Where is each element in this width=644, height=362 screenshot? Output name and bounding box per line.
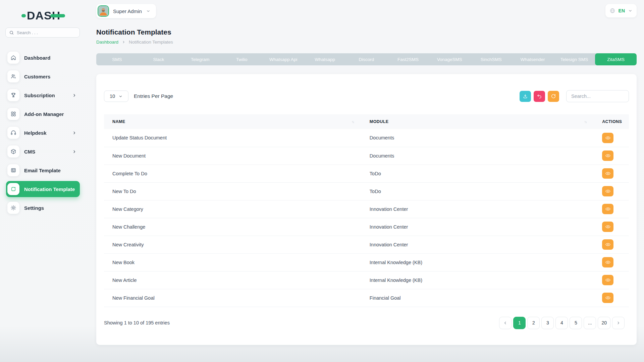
- language-selector[interactable]: EN: [605, 4, 637, 17]
- tab-sms[interactable]: SMS: [96, 53, 138, 65]
- cube-icon-tile: [7, 145, 19, 158]
- cell-name: New Document: [104, 147, 361, 165]
- chevron-right-icon: [72, 131, 76, 135]
- refresh-button[interactable]: [548, 91, 559, 102]
- sidebar-item-dashboard[interactable]: Dashboard: [6, 50, 80, 66]
- chevron-right-icon: [122, 40, 125, 44]
- logo-dash-shape: [50, 14, 65, 17]
- pagination: 12345...20: [499, 317, 629, 329]
- cell-module: Innovation Center: [361, 200, 594, 218]
- view-template-button[interactable]: [602, 150, 613, 161]
- pagination-next-button[interactable]: [612, 317, 625, 329]
- table-row: New BookInternal Knowledge (KB): [104, 253, 629, 271]
- tab-slack[interactable]: Slack: [138, 53, 179, 65]
- table-search-input[interactable]: [566, 90, 629, 102]
- pagination-page-4[interactable]: 4: [555, 317, 568, 329]
- cell-module: Innovation Center: [361, 236, 594, 253]
- undo-button[interactable]: [534, 91, 545, 102]
- tab-telesign-sms[interactable]: Telesign SMS: [553, 53, 595, 65]
- sidebar-search-input[interactable]: [17, 30, 70, 35]
- user-role-label: Super Admin: [113, 8, 142, 14]
- tab-whatsapp-api[interactable]: Whatsapp Api: [263, 53, 304, 65]
- cell-actions: [594, 129, 629, 147]
- tab-fast2sms[interactable]: Fast2SMS: [387, 53, 429, 65]
- view-template-button[interactable]: [602, 186, 613, 196]
- cell-module: Documents: [361, 129, 594, 147]
- view-template-button[interactable]: [602, 257, 613, 267]
- view-template-button[interactable]: [602, 168, 613, 179]
- breadcrumb-current: Notification Templates: [129, 40, 173, 45]
- pagination-prev-button[interactable]: [499, 317, 512, 329]
- pagination-ellipsis[interactable]: ...: [584, 317, 596, 329]
- sidebar-item-notification-template[interactable]: Notification Template: [6, 181, 80, 197]
- tab-zitasms[interactable]: ZitaSMS: [595, 53, 637, 65]
- view-template-button[interactable]: [602, 133, 613, 143]
- pagination-page-3[interactable]: 3: [541, 317, 554, 329]
- templates-card: 10 Entries Per Page NAME↑↓ MODULE↑↓: [96, 74, 637, 345]
- pagination-page-1[interactable]: 1: [513, 317, 526, 329]
- sidebar-item-email-template[interactable]: Email Template: [6, 162, 80, 178]
- table-row: New To DoToDo: [104, 182, 629, 200]
- tab-twilio[interactable]: Twilio: [221, 53, 263, 65]
- tab-vonagesms[interactable]: VonageSMS: [429, 53, 470, 65]
- export-download-button[interactable]: [520, 91, 531, 102]
- cell-module: Internal Knowledge (KB): [361, 271, 594, 289]
- eye-icon: [605, 295, 611, 301]
- tab-whatsapp[interactable]: Whatsapp: [304, 53, 346, 65]
- tab-sinchsms[interactable]: SinchSMS: [470, 53, 512, 65]
- view-template-button[interactable]: [602, 275, 613, 285]
- chevron-right-icon: [72, 149, 76, 154]
- sidebar-item-label: Helpdesk: [24, 130, 47, 136]
- templates-table: NAME↑↓ MODULE↑↓ ACTIONS Update Status Do…: [104, 114, 629, 307]
- view-template-button[interactable]: [602, 239, 613, 250]
- pagination-page-2[interactable]: 2: [527, 317, 540, 329]
- cell-actions: [594, 253, 629, 271]
- table-row: New CategoryInnovation Center: [104, 200, 629, 218]
- sidebar: DASH DashboardCustomersSubscriptionAdd-o…: [0, 0, 86, 362]
- table-toolbar: 10 Entries Per Page: [104, 90, 629, 102]
- eye-icon: [605, 224, 611, 230]
- cell-name: New Category: [104, 200, 361, 218]
- tab-discord[interactable]: Discord: [346, 53, 387, 65]
- eye-icon: [605, 277, 611, 283]
- eye-icon: [605, 242, 611, 247]
- tab-whatsender[interactable]: Whatsender: [512, 53, 553, 65]
- sort-icon[interactable]: ↑↓: [352, 120, 354, 124]
- chevron-down-icon: [146, 9, 151, 13]
- trophy-icon-tile: [7, 89, 19, 101]
- cell-name: New Financial Goal: [104, 289, 361, 307]
- sidebar-item-customers[interactable]: Customers: [6, 68, 80, 84]
- eye-icon: [605, 206, 611, 212]
- view-template-button[interactable]: [602, 293, 613, 303]
- brand-logo[interactable]: DASH: [21, 8, 86, 23]
- tab-telegram[interactable]: Telegram: [179, 53, 221, 65]
- sidebar-item-add-on-manager[interactable]: Add-on Manager: [6, 106, 80, 122]
- chevron-down-icon: [118, 94, 123, 99]
- sidebar-item-cms[interactable]: CMS: [6, 143, 80, 160]
- breadcrumb-dashboard-link[interactable]: Dashboard: [96, 40, 118, 45]
- globe-icon: [609, 8, 615, 14]
- entries-per-page-select[interactable]: 10: [104, 90, 128, 102]
- search-icon: [9, 30, 14, 35]
- chevron-down-icon: [628, 8, 633, 13]
- pagination-page-20[interactable]: 20: [598, 317, 610, 329]
- cell-module: ToDo: [361, 165, 594, 182]
- pagination-page-5[interactable]: 5: [570, 317, 582, 329]
- undo-icon: [537, 94, 542, 99]
- view-template-button[interactable]: [602, 222, 613, 232]
- download-icon: [523, 94, 528, 99]
- chevron-down-icon: [628, 8, 633, 13]
- channel-tabs: SMSSlackTelegramTwilioWhatsapp ApiWhatsa…: [96, 53, 637, 65]
- language-code: EN: [619, 8, 625, 13]
- sidebar-item-helpdesk[interactable]: Helpdesk: [6, 125, 80, 141]
- sort-icon[interactable]: ↑↓: [584, 120, 587, 124]
- table-row: Update Status DocumentDocuments: [104, 129, 629, 147]
- view-template-button[interactable]: [602, 204, 613, 214]
- sidebar-item-subscription[interactable]: Subscription: [6, 87, 80, 103]
- column-header-name[interactable]: NAME↑↓: [104, 114, 361, 129]
- column-header-module[interactable]: MODULE↑↓: [361, 114, 594, 129]
- gear-icon-tile: [7, 202, 19, 214]
- user-menu[interactable]: Super Admin: [96, 4, 156, 18]
- cell-name: Complete To Do: [104, 165, 361, 182]
- sidebar-item-settings[interactable]: Settings: [6, 200, 80, 216]
